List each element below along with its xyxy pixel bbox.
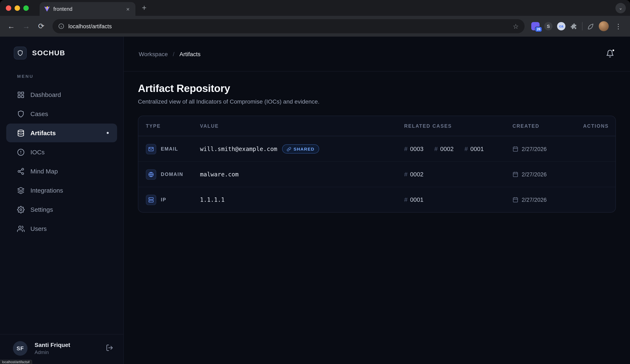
extensions-puzzle-icon[interactable] (570, 22, 578, 30)
breadcrumb-separator: / (173, 50, 174, 57)
created-date: 2/27/2026 (522, 146, 547, 152)
case-link[interactable]: #0003 (404, 146, 424, 152)
app-title: SOCHUB (32, 49, 65, 57)
calendar-icon (512, 146, 518, 152)
link-icon (287, 147, 292, 151)
user-avatar: SF (13, 341, 28, 356)
logout-icon[interactable] (106, 344, 113, 353)
user-panel: SF Santi Friquet Admin (0, 334, 123, 364)
browser-tab[interactable]: frontend × (40, 2, 136, 16)
user-name: Santi Friquet (34, 342, 99, 348)
share-network-icon (17, 168, 24, 175)
column-header-created: CREATED (512, 123, 575, 128)
active-indicator-dot (107, 132, 109, 134)
case-link[interactable]: #0002 (404, 171, 424, 178)
artifact-value: will.smith@example.com (200, 146, 277, 152)
site-info-icon[interactable] (58, 23, 64, 29)
sidebar-item-label: Dashboard (30, 91, 61, 98)
artifact-type: DOMAIN (161, 172, 183, 177)
browser-toolbar: ← → ⟳ localhost/artifacts ☆ 26 S ca (0, 16, 630, 37)
reload-button[interactable]: ⟳ (34, 19, 48, 33)
minimize-window-button[interactable] (14, 5, 20, 11)
sidebar: SOCHUB MENU Dashboard Cases Artifacts (0, 37, 124, 364)
extension-count-badge: 26 (535, 27, 542, 32)
page-content: Artifact Repository Centralized view of … (124, 72, 630, 223)
layers-icon (17, 186, 24, 194)
toolbar-divider (582, 22, 582, 30)
main-area: Workspace / Artifacts Artifact Repositor… (124, 37, 630, 364)
sidebar-item-label: Integrations (30, 187, 63, 194)
shared-badge: SHARED (282, 144, 319, 154)
extension-icon-s[interactable]: S (544, 22, 552, 30)
table-row[interactable]: EMAIL will.smith@example.com SHARED #000… (138, 136, 616, 162)
table-row[interactable]: DOMAIN malware.com #0002 2/27/2026 (138, 162, 616, 187)
sidebar-item-iocs[interactable]: IOCs (6, 143, 117, 162)
new-tab-button[interactable]: + (138, 2, 150, 14)
case-link[interactable]: #0001 (464, 146, 484, 152)
gear-icon (17, 206, 24, 213)
tab-strip: frontend × + ⌄ (0, 0, 630, 16)
bookmark-star-icon[interactable]: ☆ (513, 22, 519, 30)
sidebar-item-label: Settings (30, 206, 53, 213)
back-button[interactable]: ← (4, 19, 18, 33)
sidebar-item-cases[interactable]: Cases (6, 104, 117, 123)
artifact-table: TYPE VALUE RELATED CASES CREATED ACTIONS… (138, 116, 616, 212)
case-link[interactable]: #0001 (404, 196, 424, 203)
shield-logo-icon (14, 47, 27, 59)
calendar-icon (512, 197, 518, 202)
sidebar-item-settings[interactable]: Settings (6, 200, 117, 219)
users-icon (17, 225, 24, 232)
extension-icon-blue[interactable]: ca (557, 22, 566, 30)
calendar-icon (512, 172, 518, 177)
notification-dot (612, 49, 614, 51)
column-header-value: VALUE (200, 123, 404, 128)
dashboard-icon (17, 91, 24, 98)
traffic-lights (6, 5, 29, 11)
column-header-actions: ACTIONS (575, 123, 609, 128)
sidebar-item-label: Cases (30, 110, 48, 117)
forward-button[interactable]: → (19, 19, 33, 33)
notifications-bell-icon[interactable] (606, 49, 615, 58)
page-title: Artifact Repository (138, 82, 616, 94)
sidebar-item-label: Mind Map (30, 168, 58, 175)
profile-avatar[interactable] (599, 21, 609, 31)
page-subtitle: Centralized view of all Indicators of Co… (138, 98, 616, 105)
browser-status-bar: localhost/artifacts# (0, 360, 32, 364)
sidebar-item-label: IOCs (30, 149, 44, 156)
sidebar-item-mind-map[interactable]: Mind Map (6, 162, 117, 181)
tab-search-button[interactable]: ⌄ (616, 3, 626, 13)
case-link[interactable]: #0002 (434, 146, 454, 152)
sidebar-item-integrations[interactable]: Integrations (6, 181, 117, 200)
maximize-window-button[interactable] (23, 5, 29, 11)
breadcrumb: Workspace / Artifacts (139, 50, 200, 57)
artifact-value: malware.com (200, 171, 238, 178)
sidebar-item-label: Users (30, 225, 47, 232)
created-date: 2/27/2026 (522, 171, 547, 178)
menu-section-label: MENU (17, 74, 123, 79)
extension-leaf-icon[interactable] (587, 23, 594, 30)
sidebar-item-users[interactable]: Users (6, 219, 117, 238)
artifact-type: IP (161, 197, 166, 202)
vite-favicon (44, 6, 50, 12)
tab-title: frontend (53, 6, 121, 12)
url-text[interactable]: localhost/artifacts (68, 23, 112, 29)
extension-cluster: 26 S ca ⋮ (531, 21, 623, 31)
address-bar[interactable]: localhost/artifacts ☆ (52, 19, 524, 33)
extension-icon-password[interactable]: 26 (531, 22, 540, 30)
tab-close-icon[interactable]: × (124, 5, 131, 12)
created-date: 2/27/2026 (522, 196, 547, 203)
breadcrumb-workspace[interactable]: Workspace (139, 50, 168, 57)
shield-icon (17, 110, 24, 118)
column-header-type: TYPE (146, 123, 200, 128)
globe-icon (146, 169, 156, 180)
server-icon (146, 194, 156, 205)
sidebar-item-artifacts[interactable]: Artifacts (6, 124, 117, 142)
sidebar-item-dashboard[interactable]: Dashboard (6, 85, 117, 104)
table-row[interactable]: IP 1.1.1.1 #0001 2/27/2026 (138, 187, 616, 212)
database-icon (17, 129, 24, 137)
alert-circle-icon (17, 148, 24, 156)
close-window-button[interactable] (6, 5, 11, 11)
page-topbar: Workspace / Artifacts (124, 37, 630, 72)
browser-menu-icon[interactable]: ⋮ (613, 22, 623, 30)
breadcrumb-artifacts: Artifacts (180, 50, 200, 57)
